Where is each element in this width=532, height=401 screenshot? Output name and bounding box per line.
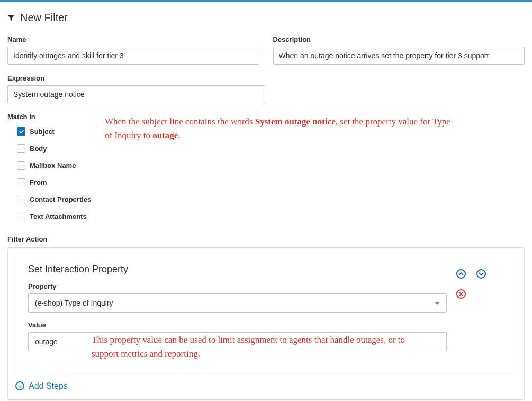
match-in-label: Match In: [7, 113, 97, 121]
filter-action-panel: Set Interaction Property Property (e-sho…: [7, 247, 525, 400]
match-in-option: From: [17, 178, 97, 186]
property-select-value: (e-shop) Type of Inquiry: [35, 299, 113, 307]
match-in-option: Subject: [17, 127, 97, 136]
checkbox-label: From: [30, 179, 47, 186]
delete-step-button[interactable]: [456, 289, 466, 299]
checkbox-label: Text Attachments: [30, 212, 87, 220]
annotation-top: When the subject line contains the words…: [105, 113, 454, 143]
property-label: Property: [28, 282, 447, 290]
name-label: Name: [7, 35, 259, 43]
name-input[interactable]: [7, 47, 259, 65]
checkbox-mailbox-name[interactable]: [17, 161, 25, 170]
match-in-option: Text Attachments: [17, 212, 97, 220]
checkbox-label: Subject: [30, 128, 55, 136]
match-in-option: Body: [17, 144, 97, 153]
plus-circle-icon: +: [15, 381, 24, 390]
checkbox-label: Mailbox Name: [30, 162, 76, 170]
value-label: Value: [28, 321, 447, 329]
checkbox-label: Contact Properties: [30, 195, 91, 203]
checkbox-from[interactable]: [17, 178, 25, 186]
description-input[interactable]: [273, 47, 525, 65]
checkbox-label: Body: [30, 145, 47, 153]
filter-icon: [7, 14, 15, 22]
value-input[interactable]: [28, 332, 447, 351]
add-steps-label: Add Steps: [29, 381, 68, 391]
step-title: Set Interaction Property: [28, 264, 447, 275]
property-select[interactable]: (e-shop) Type of Inquiry: [28, 293, 447, 313]
move-up-button[interactable]: [456, 269, 466, 279]
step-card: Set Interaction Property Property (e-sho…: [15, 253, 517, 373]
expression-input[interactable]: [7, 85, 265, 103]
accent-bar: [0, 0, 532, 2]
description-label: Description: [273, 35, 525, 43]
add-steps-button[interactable]: + Add Steps: [15, 381, 68, 391]
checkbox-subject[interactable]: [17, 127, 25, 136]
page-title: New Filter: [20, 12, 68, 24]
svg-point-0: [457, 270, 465, 278]
svg-point-1: [477, 270, 485, 278]
move-down-button[interactable]: [476, 269, 486, 279]
checkbox-contact-properties[interactable]: [17, 195, 25, 203]
checkbox-body[interactable]: [17, 144, 25, 153]
filter-action-label: Filter Action: [7, 235, 525, 243]
match-in-option: Mailbox Name: [17, 161, 97, 170]
checkbox-text-attachments[interactable]: [17, 212, 25, 220]
page-title-row: New Filter: [7, 12, 525, 24]
match-in-option: Contact Properties: [17, 195, 97, 203]
chevron-down-icon: [435, 300, 440, 306]
expression-label: Expression: [7, 74, 265, 82]
